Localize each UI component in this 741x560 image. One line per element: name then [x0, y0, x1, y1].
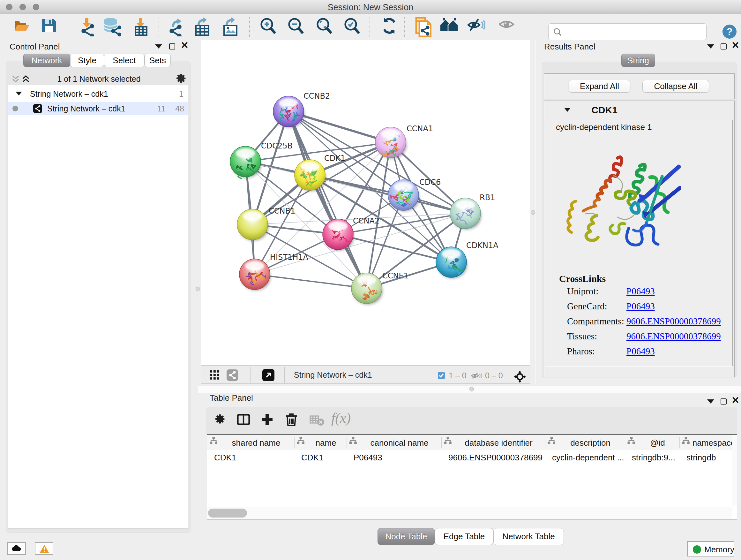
network-node-CDC6[interactable] — [388, 180, 419, 211]
node-table[interactable]: shared namenamecanonical namedatabase id… — [207, 434, 737, 519]
tab-network-table[interactable]: Network Table — [493, 528, 564, 545]
network-node-CCNA1[interactable] — [375, 127, 407, 159]
network-node-CCNA2[interactable] — [323, 219, 354, 251]
horizontal-splitter[interactable] — [198, 386, 741, 393]
table-hscroll-thumb[interactable] — [208, 509, 247, 517]
crosslink-value-link[interactable]: P06493 — [626, 346, 655, 357]
export-network-icon[interactable] — [169, 17, 186, 37]
zoom-selected-icon[interactable] — [343, 17, 362, 35]
pan-tool-icon[interactable] — [514, 371, 526, 383]
collapse-all-button[interactable]: Collapse All — [643, 80, 709, 92]
home-icon[interactable] — [440, 17, 459, 33]
hide-selected-icon[interactable] — [468, 17, 485, 33]
column-header-databaseidentifier[interactable]: database identifier — [441, 435, 545, 450]
open-in-window-icon[interactable] — [262, 369, 274, 381]
collapse-all-networks-icon[interactable] — [11, 75, 20, 83]
expand-all-button[interactable]: Expand All — [569, 80, 630, 92]
show-all-icon[interactable] — [499, 17, 515, 32]
selected-checkbox[interactable] — [438, 372, 445, 379]
delete-table-icon[interactable] — [310, 415, 324, 426]
network-node-CCNB1[interactable] — [237, 209, 268, 241]
right-splitter-handle[interactable] — [531, 210, 535, 214]
network-node-CDK1[interactable] — [294, 160, 326, 191]
results-panel-maximize-icon[interactable] — [721, 44, 727, 50]
column-header-name[interactable]: name — [294, 435, 347, 450]
network-node-CCNE1[interactable] — [351, 273, 383, 305]
import-database-icon[interactable] — [103, 17, 121, 37]
export-table-icon[interactable] — [194, 17, 211, 37]
delete-column-icon[interactable] — [285, 413, 297, 426]
table-cell[interactable]: P06493 — [354, 453, 440, 464]
tab-select[interactable]: Select — [104, 54, 145, 67]
import-network-icon[interactable] — [78, 17, 95, 37]
function-builder-icon[interactable]: f(x) — [331, 410, 351, 426]
control-panel-maximize-icon[interactable] — [169, 44, 175, 50]
zoom-fit-icon[interactable] — [315, 17, 334, 35]
table-options-gear-icon[interactable] — [214, 414, 226, 425]
tab-edge-table[interactable]: Edge Table — [435, 528, 493, 545]
warnings-button[interactable] — [35, 542, 53, 555]
show-column-icon[interactable] — [237, 414, 250, 425]
results-panel-float-icon[interactable] — [707, 44, 714, 49]
tab-sets[interactable]: Sets — [145, 54, 171, 67]
control-panel-float-icon[interactable] — [155, 44, 162, 49]
network-collection-row[interactable]: String Network – cdk1 1 — [8, 86, 188, 102]
open-session-icon[interactable] — [13, 17, 30, 34]
table-cell[interactable]: stringdb:9... — [632, 453, 678, 464]
horizontal-splitter-handle[interactable] — [469, 387, 474, 391]
help-icon[interactable]: ? — [722, 24, 737, 39]
network-from-clipboard-icon[interactable] — [414, 17, 431, 37]
zoom-out-icon[interactable] — [287, 17, 306, 35]
network-row-selected[interactable]: String Network – cdk1 11 48 — [8, 102, 188, 115]
network-edge-CDK1-RB1[interactable] — [310, 175, 465, 213]
search-input[interactable] — [548, 23, 706, 40]
table-panel-maximize-icon[interactable] — [721, 398, 727, 405]
tab-string[interactable]: String — [621, 54, 655, 67]
network-node-HIST1H1A[interactable] — [239, 259, 271, 291]
column-header-description[interactable]: description — [545, 435, 625, 450]
save-session-icon[interactable] — [40, 17, 57, 34]
crosslink-value-link[interactable]: 9606.ENSP00000378699 — [626, 331, 721, 341]
column-header-id[interactable]: @id — [625, 435, 679, 450]
grid-view-icon[interactable] — [210, 370, 219, 380]
network-node-RB1[interactable] — [450, 198, 481, 230]
column-header-sharedname[interactable]: shared name — [207, 435, 294, 450]
network-node-CDC25B[interactable] — [230, 146, 261, 179]
network-edge-HIST1H1A-CCNE1[interactable] — [255, 274, 367, 288]
zoom-in-icon[interactable] — [259, 17, 278, 35]
export-image-icon[interactable] — [222, 17, 239, 37]
crosslink-value-link[interactable]: P06493 — [626, 286, 655, 297]
control-panel-close-icon[interactable]: ✕ — [181, 42, 189, 49]
table-panel-close-icon[interactable]: ✕ — [731, 396, 739, 404]
tab-network[interactable]: Network — [23, 54, 70, 67]
network-node-CDKN1A[interactable] — [436, 247, 467, 278]
table-cell[interactable]: 9606.ENSP00000378699 — [448, 453, 544, 464]
memory-button[interactable]: Memory — [687, 541, 734, 557]
network-view-canvas[interactable]: CCNB2CCNA1CDC25BCDK1CDC6RB1CCNB1CCNA2CDK… — [201, 40, 530, 365]
hidden-eye-icon[interactable] — [471, 372, 482, 380]
column-header-namespace[interactable]: namespace — [679, 435, 738, 450]
add-column-icon[interactable] — [261, 414, 273, 426]
network-options-gear-icon[interactable] — [176, 73, 187, 84]
table-horizontal-scrollbar[interactable] — [207, 507, 732, 519]
tab-node-table[interactable]: Node Table — [378, 528, 435, 545]
table-panel-float-icon[interactable] — [707, 399, 714, 403]
crosslink-value-link[interactable]: 9606.ENSP00000378699 — [626, 316, 721, 327]
collection-expand-caret[interactable] — [16, 91, 22, 96]
expand-all-networks-icon[interactable] — [22, 75, 30, 83]
import-table-icon[interactable] — [132, 17, 149, 37]
results-panel-close-icon[interactable]: ✕ — [731, 42, 739, 49]
title-bar[interactable]: Session: New Session — [0, 0, 741, 14]
table-cell[interactable]: cyclin-dependent ... — [552, 453, 623, 464]
table-cell[interactable]: CDK1 — [301, 453, 345, 464]
table-cell[interactable]: CDK1 — [214, 453, 293, 464]
network-birdseye-icon[interactable] — [226, 369, 238, 381]
crosslink-value-link[interactable]: P06493 — [626, 301, 655, 312]
column-header-canonicalname[interactable]: canonical name — [347, 435, 441, 450]
refresh-icon[interactable] — [381, 17, 398, 35]
left-splitter-handle[interactable] — [196, 287, 200, 291]
tab-style[interactable]: Style — [70, 54, 104, 67]
table-cell[interactable]: stringdb — [686, 453, 736, 464]
cloud-status-button[interactable] — [7, 542, 26, 555]
table-vertical-scrollbar[interactable] — [732, 435, 737, 506]
